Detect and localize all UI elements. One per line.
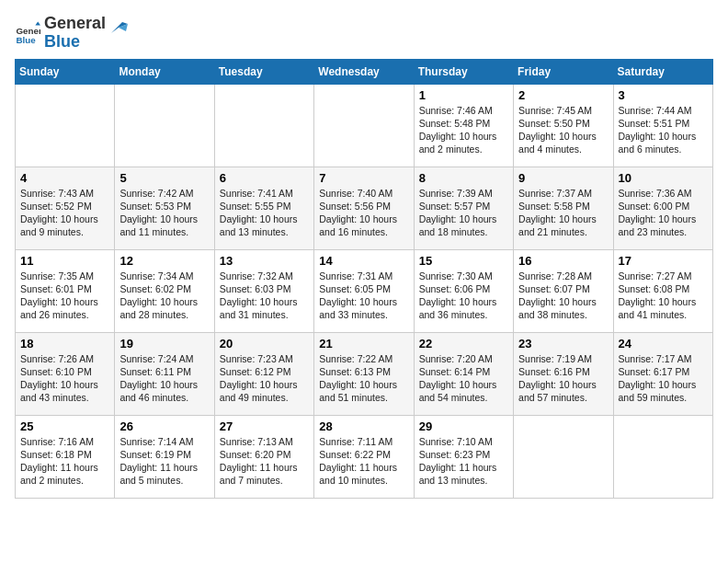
sunrise-info: Sunrise: 7:17 AM [619, 352, 708, 365]
daylight-info: Daylight: 10 hours [419, 378, 508, 391]
sunset-info: Sunset: 6:17 PM [619, 365, 708, 378]
day-info: Sunrise: 7:13 AMSunset: 6:20 PMDaylight:… [220, 435, 309, 488]
calendar-day-22: 22Sunrise: 7:20 AMSunset: 6:14 PMDayligh… [414, 332, 513, 415]
calendar-day-26: 26Sunrise: 7:14 AMSunset: 6:19 PMDayligh… [115, 415, 214, 498]
calendar-day-8: 8Sunrise: 7:39 AMSunset: 5:57 PMDaylight… [414, 167, 513, 249]
day-info: Sunrise: 7:43 AMSunset: 5:52 PMDaylight:… [20, 187, 109, 239]
daylight-info: and 18 minutes. [419, 225, 508, 238]
day-info: Sunrise: 7:42 AMSunset: 5:53 PMDaylight:… [119, 187, 209, 239]
day-number: 10 [619, 171, 708, 185]
calendar-day-28: 28Sunrise: 7:11 AMSunset: 6:22 PMDayligh… [314, 415, 414, 498]
sunrise-info: Sunrise: 7:10 AM [419, 435, 508, 448]
daylight-info: and 13 minutes. [220, 225, 309, 238]
day-number: 9 [518, 171, 608, 185]
day-number: 14 [319, 254, 408, 268]
sunset-info: Sunset: 6:23 PM [419, 448, 508, 461]
daylight-info: Daylight: 10 hours [619, 295, 708, 308]
daylight-info: Daylight: 10 hours [319, 295, 408, 308]
daylight-info: and 6 minutes. [619, 143, 708, 155]
sunset-info: Sunset: 6:13 PM [319, 365, 408, 378]
sunrise-info: Sunrise: 7:22 AM [319, 352, 408, 365]
day-number: 11 [20, 254, 109, 268]
svg-marker-2 [35, 21, 40, 25]
sunrise-info: Sunrise: 7:32 AM [220, 270, 309, 282]
daylight-info: Daylight: 11 hours [419, 461, 508, 474]
sunrise-info: Sunrise: 7:16 AM [20, 435, 109, 448]
sunset-info: Sunset: 6:18 PM [20, 448, 109, 461]
sunrise-info: Sunrise: 7:41 AM [220, 187, 309, 200]
day-number: 3 [619, 88, 708, 102]
daylight-info: and 57 minutes. [518, 391, 608, 404]
sunrise-info: Sunrise: 7:34 AM [119, 270, 209, 282]
day-info: Sunrise: 7:22 AMSunset: 6:13 PMDaylight:… [319, 352, 408, 405]
weekday-header-row: SundayMondayTuesdayWednesdayThursdayFrid… [16, 59, 713, 84]
sunrise-info: Sunrise: 7:13 AM [220, 435, 309, 448]
weekday-header-saturday: Saturday [613, 59, 712, 84]
daylight-info: Daylight: 10 hours [20, 213, 109, 225]
daylight-info: and 54 minutes. [419, 391, 508, 404]
weekday-header-wednesday: Wednesday [314, 59, 414, 84]
day-info: Sunrise: 7:44 AMSunset: 5:51 PMDaylight:… [619, 104, 708, 156]
sunrise-info: Sunrise: 7:26 AM [20, 352, 109, 365]
calendar-day-29: 29Sunrise: 7:10 AMSunset: 6:23 PMDayligh… [414, 415, 513, 498]
day-number: 12 [119, 254, 209, 268]
daylight-info: and 16 minutes. [319, 225, 408, 238]
daylight-info: and 28 minutes. [119, 308, 209, 321]
daylight-info: Daylight: 10 hours [119, 213, 209, 225]
daylight-info: Daylight: 10 hours [518, 378, 608, 391]
day-info: Sunrise: 7:32 AMSunset: 6:03 PMDaylight:… [220, 270, 309, 322]
day-number: 25 [20, 419, 109, 433]
calendar-day-3: 3Sunrise: 7:44 AMSunset: 5:51 PMDaylight… [613, 84, 712, 167]
sunrise-info: Sunrise: 7:40 AM [319, 187, 408, 200]
day-number: 26 [119, 419, 209, 433]
daylight-info: Daylight: 10 hours [220, 295, 309, 308]
daylight-info: Daylight: 10 hours [419, 295, 508, 308]
sunrise-info: Sunrise: 7:27 AM [619, 270, 708, 282]
sunset-info: Sunset: 6:01 PM [20, 282, 109, 295]
sunset-info: Sunset: 5:53 PM [119, 200, 209, 213]
sunset-info: Sunset: 6:12 PM [220, 365, 309, 378]
day-number: 7 [319, 171, 408, 185]
sunset-info: Sunset: 5:48 PM [419, 117, 508, 130]
daylight-info: and 36 minutes. [419, 308, 508, 321]
daylight-info: Daylight: 11 hours [20, 461, 109, 474]
day-number: 8 [419, 171, 508, 185]
sunrise-info: Sunrise: 7:35 AM [20, 270, 109, 282]
sunrise-info: Sunrise: 7:11 AM [319, 435, 408, 448]
calendar-week-row: 1Sunrise: 7:46 AMSunset: 5:48 PMDaylight… [16, 84, 713, 167]
logo: General Blue General Blue [15, 15, 130, 52]
daylight-info: Daylight: 11 hours [119, 461, 209, 474]
sunset-info: Sunset: 6:19 PM [119, 448, 209, 461]
calendar-day-14: 14Sunrise: 7:31 AMSunset: 6:05 PMDayligh… [314, 249, 414, 332]
day-info: Sunrise: 7:11 AMSunset: 6:22 PMDaylight:… [319, 435, 408, 488]
daylight-info: Daylight: 11 hours [319, 461, 408, 474]
daylight-info: and 31 minutes. [220, 308, 309, 321]
calendar-day-5: 5Sunrise: 7:42 AMSunset: 5:53 PMDaylight… [115, 167, 214, 249]
sunset-info: Sunset: 6:07 PM [518, 282, 608, 295]
calendar-day-2: 2Sunrise: 7:45 AMSunset: 5:50 PMDaylight… [514, 84, 613, 167]
day-number: 5 [119, 171, 209, 185]
day-info: Sunrise: 7:17 AMSunset: 6:17 PMDaylight:… [619, 352, 708, 405]
day-info: Sunrise: 7:45 AMSunset: 5:50 PMDaylight:… [518, 104, 608, 156]
daylight-info: and 38 minutes. [518, 308, 608, 321]
day-number: 6 [220, 171, 309, 185]
day-number: 21 [319, 337, 408, 350]
calendar-day-16: 16Sunrise: 7:28 AMSunset: 6:07 PMDayligh… [514, 249, 613, 332]
day-number: 24 [619, 337, 708, 350]
day-info: Sunrise: 7:37 AMSunset: 5:58 PMDaylight:… [518, 187, 608, 239]
sunset-info: Sunset: 6:02 PM [119, 282, 209, 295]
logo-general: General [44, 15, 106, 33]
logo-icon: General Blue [15, 20, 40, 46]
daylight-info: Daylight: 10 hours [619, 213, 708, 225]
daylight-info: and 46 minutes. [119, 391, 209, 404]
day-info: Sunrise: 7:39 AMSunset: 5:57 PMDaylight:… [419, 187, 508, 239]
weekday-header-sunday: Sunday [16, 59, 115, 84]
sunset-info: Sunset: 6:22 PM [319, 448, 408, 461]
daylight-info: Daylight: 10 hours [119, 378, 209, 391]
sunrise-info: Sunrise: 7:44 AM [619, 104, 708, 117]
daylight-info: and 11 minutes. [119, 225, 209, 238]
calendar-day-23: 23Sunrise: 7:19 AMSunset: 6:16 PMDayligh… [514, 332, 613, 415]
weekday-header-thursday: Thursday [414, 59, 513, 84]
logo-bird-icon [102, 15, 130, 42]
weekday-header-friday: Friday [514, 59, 613, 84]
